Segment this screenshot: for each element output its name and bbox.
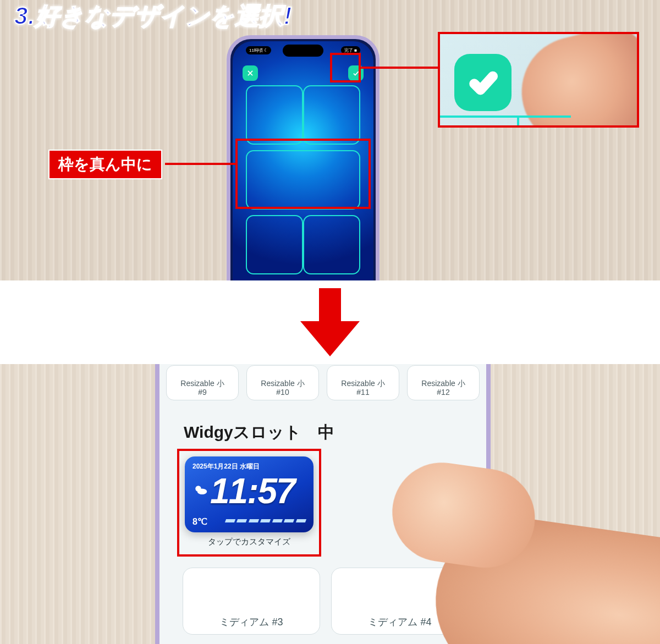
small-slot-label: Resizable 小: [421, 379, 465, 388]
magnifier-grid-v: [517, 115, 519, 125]
small-slot-num: #12: [437, 388, 449, 397]
small-slot-label: Resizable 小: [341, 379, 384, 388]
small-slot-row: Resizable 小 #9 Resizable 小 #10 Resizable…: [166, 364, 480, 408]
magnifier-leader-line: [361, 67, 438, 69]
widget-slot-small-4[interactable]: [303, 215, 360, 274]
step-title: 3.好きなデザインを選択!: [14, 0, 292, 32]
widget-time: 11:57: [210, 471, 295, 511]
tutorial-panel-bottom: Resizable 小 #9 Resizable 小 #10 Resizable…: [0, 364, 660, 644]
down-arrow-icon: [300, 288, 360, 356]
small-slot-card-9[interactable]: Resizable 小 #9: [166, 365, 239, 400]
widget-tap-label: タップでカスタマイズ: [208, 537, 290, 547]
callout-center-frame: 枠を真ん中に: [48, 150, 162, 179]
tutorial-panel-top: 3.好きなデザインを選択! 11時頃 ☾ 完了 ■ 枠を真ん中に: [0, 0, 660, 280]
phone-top-screen: 11時頃 ☾ 完了 ■: [233, 41, 373, 280]
widget-slot-small-3[interactable]: [246, 215, 303, 274]
medium-slot-label: ミディアム #4: [368, 615, 431, 629]
status-right-pill: 完了 ■: [341, 46, 360, 54]
widget-slot-small-1[interactable]: [246, 85, 303, 145]
small-slot-card-10[interactable]: Resizable 小 #10: [246, 365, 319, 400]
widget-date: 2025年1月22日 水曜日: [193, 462, 260, 471]
magnifier-grid-h: [440, 115, 571, 118]
small-slot-card-11[interactable]: Resizable 小 #11: [327, 365, 399, 400]
widget-temp: 8℃: [193, 516, 207, 527]
small-slot-num: #10: [276, 388, 289, 397]
svg-point-1: [197, 489, 207, 495]
small-slot-num: #9: [198, 388, 207, 397]
widget-slot-small-2[interactable]: [303, 85, 360, 145]
phone-mockup-bottom: Resizable 小 #9 Resizable 小 #10 Resizable…: [155, 364, 491, 644]
weather-icon: [193, 483, 208, 500]
widget-progress: [226, 519, 306, 522]
small-slot-card-12[interactable]: Resizable 小 #12: [407, 365, 480, 400]
highlight-box-widget-preview: 2025年1月22日 水曜日 11:57 8℃ タップでカスタマイズ: [177, 449, 321, 557]
medium-slot-label: ミディアム #3: [219, 615, 283, 629]
widget-preview[interactable]: 2025年1月22日 水曜日 11:57 8℃: [185, 456, 314, 532]
medium-slot-card-3[interactable]: ミディアム #3: [183, 568, 320, 635]
x-icon: [246, 69, 254, 77]
small-slot-label: Resizable 小: [261, 379, 304, 388]
callout-leader-line: [165, 163, 235, 165]
check-icon: [352, 69, 360, 77]
small-slot-label: Resizable 小: [180, 379, 224, 388]
magnifier-panel: [438, 32, 639, 128]
check-icon: [468, 68, 498, 97]
small-slot-num: #11: [356, 388, 369, 397]
phone-mockup-top: 11時頃 ☾ 完了 ■: [227, 35, 380, 280]
status-left-pill: 11時頃 ☾: [246, 46, 271, 54]
section-heading-medium: Widgyスロット 中: [184, 421, 334, 444]
close-button[interactable]: [243, 65, 258, 81]
dynamic-island: [283, 45, 323, 57]
widget-slot-medium[interactable]: [246, 150, 360, 210]
panel-divider: [0, 280, 660, 364]
magnifier-confirm-button[interactable]: [454, 54, 512, 111]
medium-slot-card-4[interactable]: ミディアム #4: [331, 568, 469, 635]
